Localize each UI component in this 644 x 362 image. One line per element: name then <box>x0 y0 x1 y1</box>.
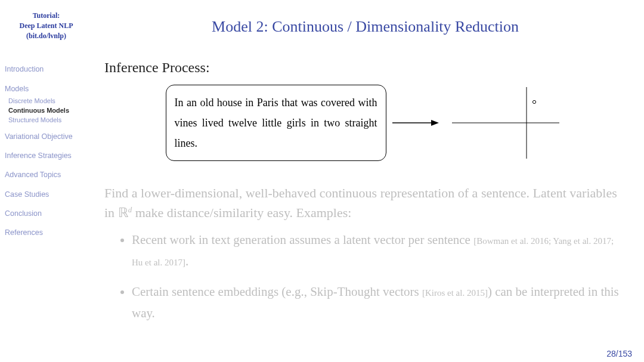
bullet-1-text: Recent work in text generation assumes a… <box>132 233 473 247</box>
nav-references[interactable]: References <box>5 228 88 237</box>
nav-structured-models[interactable]: Structured Models <box>8 116 88 123</box>
nav-introduction[interactable]: Introduction <box>5 64 88 74</box>
axes-plot <box>446 84 565 162</box>
slide: Tutorial: Deep Latent NLP (bit.do/lvnlp)… <box>0 0 644 362</box>
bullet-list: Recent work in text generation assumes a… <box>104 230 626 324</box>
nav-variational[interactable]: Variational Objective <box>5 132 88 141</box>
nav-advanced[interactable]: Advanced Topics <box>5 170 88 180</box>
sidebar: Tutorial: Deep Latent NLP (bit.do/lvnlp)… <box>0 0 92 362</box>
main-content: Model 2: Continuous / Dimensionality Red… <box>92 0 644 362</box>
svg-point-4 <box>532 100 535 103</box>
title-line-1: Tutorial: <box>5 11 88 21</box>
bullet-1: Recent work in text generation assumes a… <box>132 230 626 272</box>
body-text-b: make distance/similarity easy. Examples: <box>132 205 351 220</box>
arrow-icon <box>392 117 440 129</box>
svg-marker-1 <box>431 120 439 126</box>
nav-case-studies[interactable]: Case Studies <box>5 190 88 199</box>
bullet-2: Certain sentence embeddings (e.g., Skip-… <box>132 281 626 324</box>
bullet-2-cite: [Kiros et al. 2015] <box>422 288 488 298</box>
slide-title: Model 2: Continuous / Dimensionality Red… <box>104 18 626 36</box>
nav-inference[interactable]: Inference Strategies <box>5 151 88 160</box>
title-line-2: Deep Latent NLP <box>5 21 88 31</box>
section-heading: Inference Process: <box>104 60 626 76</box>
real-symbol: ℝ <box>118 205 128 220</box>
diagram: In an old house in Paris that was covere… <box>104 84 626 162</box>
body-paragraph: Find a lower-dimensional, well-behaved c… <box>104 183 626 222</box>
tutorial-title: Tutorial: Deep Latent NLP (bit.do/lvnlp) <box>5 11 88 41</box>
page-number: 28/153 <box>606 349 632 358</box>
bullet-1-tail: . <box>185 254 188 268</box>
sentence-box: In an old house in Paris that was covere… <box>166 85 386 162</box>
bullet-2-text: Certain sentence embeddings (e.g., Skip-… <box>132 284 422 299</box>
nav-models-group: Models Discrete Models Continuous Models… <box>5 84 88 123</box>
title-line-3: (bit.do/lvnlp) <box>5 31 88 41</box>
nav-discrete-models[interactable]: Discrete Models <box>8 97 88 104</box>
nav-conclusion[interactable]: Conclusion <box>5 209 88 218</box>
nav-models[interactable]: Models <box>5 84 88 94</box>
nav-continuous-models[interactable]: Continuous Models <box>8 107 88 114</box>
